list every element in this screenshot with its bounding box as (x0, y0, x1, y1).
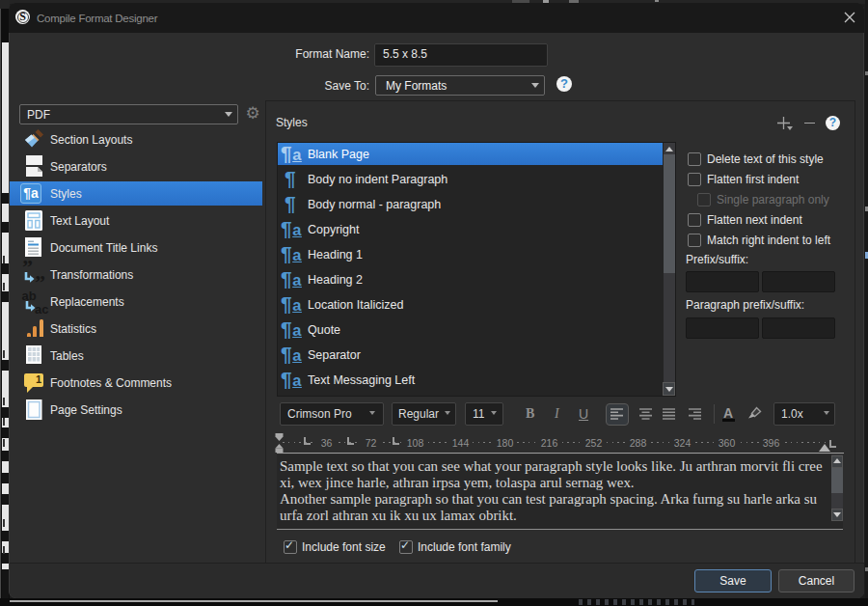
svg-text:1: 1 (36, 373, 41, 385)
